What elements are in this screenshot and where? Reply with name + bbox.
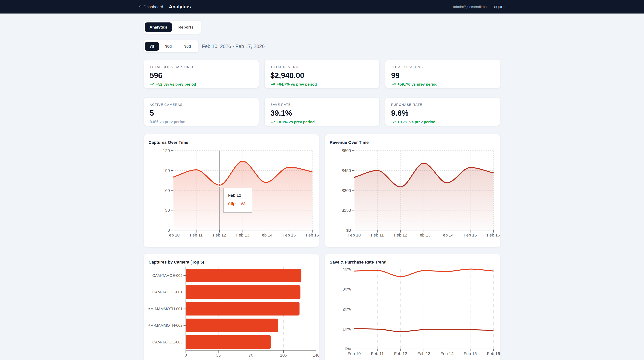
svg-text:10%: 10% [342,327,351,332]
svg-text:Feb 14: Feb 14 [440,351,454,356]
svg-text:CAM-TAHOE-002: CAM-TAHOE-002 [152,273,182,278]
svg-text:30%: 30% [342,287,351,292]
svg-text:Feb 12: Feb 12 [394,351,407,356]
svg-text:0%: 0% [345,347,351,351]
svg-text:120: 120 [163,148,170,153]
svg-text:$600: $600 [342,148,351,153]
svg-text:Feb 13: Feb 13 [417,233,430,238]
svg-text:90: 90 [165,168,170,173]
svg-text:Feb 14: Feb 14 [440,233,454,238]
svg-text:Feb 10: Feb 10 [166,233,180,238]
svg-text:$150: $150 [342,208,351,213]
svg-text:Feb 16: Feb 16 [306,233,319,238]
svg-text:$450: $450 [342,168,351,173]
svg-text:Feb 10: Feb 10 [348,233,361,238]
svg-text:140: 140 [312,353,319,358]
svg-text:CAM-MAMMOTH-001: CAM-MAMMOTH-001 [145,307,182,311]
svg-text:70: 70 [248,353,253,358]
svg-text:Feb 15: Feb 15 [464,233,477,238]
svg-text:Feb 14: Feb 14 [259,233,272,238]
svg-text:CAM-MAMMOTH-002: CAM-MAMMOTH-002 [145,323,182,328]
svg-text:Feb 16: Feb 16 [487,351,500,356]
svg-text:Feb 13: Feb 13 [417,351,430,356]
svg-text:105: 105 [280,353,287,358]
svg-text:Feb 11: Feb 11 [371,351,384,356]
svg-text:0: 0 [168,228,170,233]
svg-text:0: 0 [184,353,187,358]
svg-text:35: 35 [216,353,220,358]
svg-text:20%: 20% [342,307,351,312]
svg-text:Feb 11: Feb 11 [190,233,202,238]
svg-text:Feb 13: Feb 13 [236,233,249,238]
svg-text:$300: $300 [342,188,351,193]
svg-text:CAM-TAHOE-003: CAM-TAHOE-003 [152,340,182,344]
svg-text:30: 30 [165,208,170,213]
svg-text:Feb 16: Feb 16 [487,233,500,238]
svg-text:Feb 12: Feb 12 [394,233,407,238]
svg-text:60: 60 [165,188,170,193]
svg-text:40%: 40% [342,267,351,272]
svg-text:Feb 15: Feb 15 [282,233,296,238]
svg-text:Feb 10: Feb 10 [348,351,361,356]
svg-text:Feb 15: Feb 15 [464,351,477,356]
svg-text:CAM-TAHOE-001: CAM-TAHOE-001 [152,290,182,294]
svg-text:$0: $0 [346,228,351,233]
svg-text:Feb 11: Feb 11 [371,233,384,238]
svg-text:Feb 12: Feb 12 [213,233,226,238]
